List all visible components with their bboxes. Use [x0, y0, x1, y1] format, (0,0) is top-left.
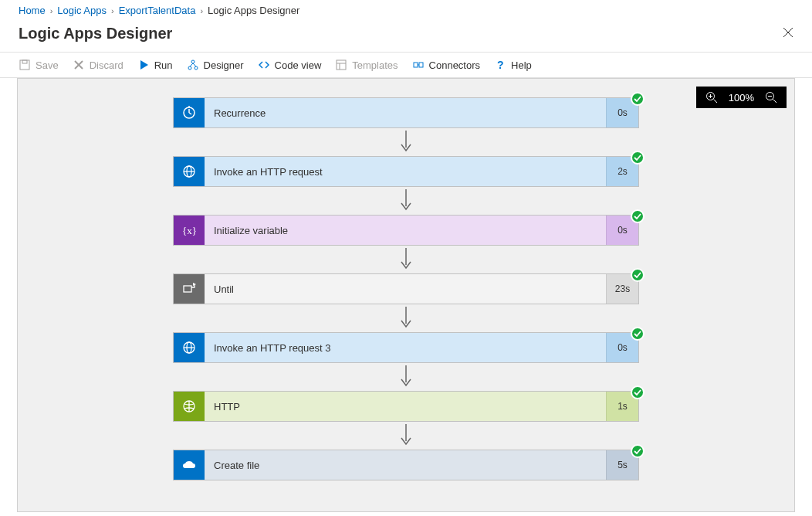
close-button[interactable] [783, 25, 793, 42]
svg-line-11 [193, 63, 196, 66]
connectors-icon [412, 59, 425, 71]
onedrive-icon [174, 450, 205, 480]
chevron-right-icon: › [200, 6, 203, 15]
breadcrumb-logic-apps[interactable]: Logic Apps [57, 5, 107, 16]
designer-icon [187, 59, 199, 71]
zoom-out-button[interactable] [765, 91, 777, 104]
connector-arrow-icon [400, 304, 412, 332]
discard-icon [73, 59, 85, 71]
connectors-button[interactable]: Connectors [412, 59, 480, 71]
breadcrumb-current: Logic Apps Designer [208, 5, 299, 16]
workflow-flow: Recurrence0sInvoke an HTTP request2s{x}I… [18, 79, 794, 480]
discard-button[interactable]: Discard [73, 59, 123, 71]
svg-rect-12 [337, 60, 346, 70]
svg-line-28 [189, 113, 191, 114]
globe-icon [174, 157, 205, 186]
svg-text:?: ? [497, 59, 504, 70]
code-view-button[interactable]: Code view [258, 59, 322, 71]
connector-arrow-icon [400, 363, 412, 391]
breadcrumb: Home › Logic Apps › ExportTalentData › L… [0, 0, 812, 22]
status-success-icon [631, 268, 645, 282]
svg-point-9 [195, 66, 198, 70]
help-icon: ? [494, 59, 506, 71]
svg-text:{x}: {x} [182, 225, 197, 236]
discard-label: Discard [90, 59, 123, 71]
zoom-control: 100% [696, 87, 787, 108]
workflow-step[interactable]: Create file5s [173, 450, 639, 480]
workflow-step[interactable]: Invoke an HTTP request 30s [173, 332, 639, 363]
code-view-icon [258, 59, 270, 71]
svg-point-8 [188, 66, 191, 70]
connector-arrow-icon [400, 246, 412, 273]
step-label: HTTP [205, 392, 606, 421]
zoom-in-icon [705, 91, 718, 104]
close-icon [783, 27, 793, 38]
templates-icon [335, 59, 347, 71]
svg-point-7 [191, 60, 195, 63]
workflow-step[interactable]: {x}Initialize variable0s [173, 215, 639, 246]
workflow-step[interactable]: Until23s [173, 273, 639, 304]
help-label: Help [511, 59, 532, 71]
status-success-icon [631, 385, 645, 399]
connector-arrow-icon [400, 187, 412, 215]
svg-marker-6 [140, 60, 148, 70]
status-success-icon [631, 151, 645, 165]
svg-rect-2 [20, 60, 29, 70]
svg-line-24 [773, 100, 777, 104]
code-view-label: Code view [275, 59, 322, 71]
loop-icon [174, 274, 205, 304]
step-label: Create file [205, 450, 606, 480]
svg-rect-37 [184, 286, 191, 292]
svg-point-29 [188, 106, 190, 107]
run-button[interactable]: Run [137, 59, 173, 71]
zoom-out-icon [765, 91, 777, 104]
zoom-level: 100% [729, 92, 754, 104]
globe-icon [174, 333, 205, 362]
connectors-label: Connectors [429, 59, 480, 71]
breadcrumb-home[interactable]: Home [19, 5, 46, 16]
svg-line-20 [713, 100, 717, 104]
page-title: Logic Apps Designer [19, 25, 172, 42]
designer-canvas[interactable]: 100% Recurrence0sInvoke an HTTP request2… [17, 78, 795, 512]
save-label: Save [36, 59, 59, 71]
http-icon [174, 392, 205, 421]
designer-label: Designer [204, 59, 244, 71]
workflow-step[interactable]: HTTP1s [173, 391, 639, 422]
step-label: Recurrence [205, 98, 606, 127]
chevron-right-icon: › [50, 6, 53, 15]
chevron-right-icon: › [111, 6, 114, 15]
status-success-icon [631, 92, 645, 106]
title-bar: Logic Apps Designer [0, 22, 812, 52]
save-icon [19, 59, 31, 71]
status-success-icon [631, 209, 645, 223]
step-label: Initialize variable [205, 216, 606, 245]
save-button[interactable]: Save [19, 59, 59, 71]
workflow-step[interactable]: Invoke an HTTP request2s [173, 156, 639, 187]
clock-icon [174, 98, 205, 127]
run-label: Run [154, 59, 173, 71]
designer-button[interactable]: Designer [187, 59, 244, 71]
step-label: Invoke an HTTP request [205, 157, 606, 186]
help-button[interactable]: ? Help [494, 59, 532, 71]
svg-rect-3 [22, 60, 27, 63]
svg-rect-15 [414, 63, 418, 67]
connector-arrow-icon [400, 128, 412, 156]
connector-arrow-icon [400, 422, 412, 450]
breadcrumb-export-talent-data[interactable]: ExportTalentData [119, 5, 196, 16]
step-label: Invoke an HTTP request 3 [205, 333, 606, 362]
variable-icon: {x} [174, 216, 205, 245]
run-icon [137, 59, 150, 71]
zoom-in-button[interactable] [705, 91, 718, 104]
workflow-step[interactable]: Recurrence0s [173, 97, 639, 128]
svg-rect-16 [419, 63, 423, 67]
svg-line-10 [190, 63, 193, 66]
status-success-icon [631, 444, 645, 458]
toolbar: Save Discard Run Designer Code view Temp… [0, 52, 812, 78]
templates-label: Templates [352, 59, 398, 71]
step-label: Until [205, 274, 606, 304]
status-success-icon [631, 327, 645, 341]
templates-button[interactable]: Templates [335, 59, 398, 71]
